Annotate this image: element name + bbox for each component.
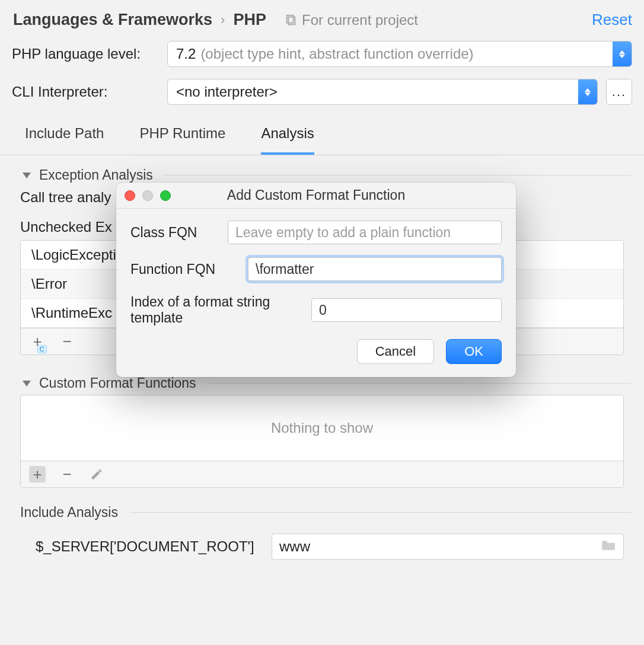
add-exception-button[interactable]: + — [29, 333, 46, 350]
cli-interpreter-label: CLI Interpreter: — [12, 84, 159, 100]
tab-analysis[interactable]: Analysis — [261, 125, 314, 155]
reset-link[interactable]: Reset — [592, 11, 632, 29]
cli-interpreter-browse-button[interactable]: ... — [606, 79, 632, 105]
stepper-arrows-icon[interactable] — [578, 79, 597, 104]
function-fqn-label: Function FQN — [130, 261, 238, 277]
remove-exception-button[interactable]: − — [59, 333, 75, 350]
empty-placeholder: Nothing to show — [21, 395, 623, 461]
class-fqn-input[interactable] — [228, 221, 502, 244]
dialog-title: Add Custom Format Function — [116, 187, 516, 203]
breadcrumb-separator-icon: › — [221, 12, 225, 28]
cancel-button[interactable]: Cancel — [357, 339, 434, 364]
breadcrumb: Languages & Frameworks › PHP — [13, 11, 266, 29]
tab-php-runtime[interactable]: PHP Runtime — [139, 125, 225, 155]
php-language-level-select[interactable]: 7.2 (object type hint, abstract function… — [167, 41, 632, 67]
ok-button[interactable]: OK — [446, 339, 502, 364]
php-language-level-value: 7.2 — [176, 46, 196, 62]
format-index-label: Index of a format string template — [130, 294, 302, 326]
add-custom-format-function-dialog: Add Custom Format Function Class FQN Fun… — [116, 183, 516, 377]
tab-include-path[interactable]: Include Path — [25, 125, 104, 155]
project-scope-label: For current project — [284, 12, 418, 28]
window-minimize-button — [142, 190, 153, 201]
cli-interpreter-value: <no interpreter> — [176, 84, 278, 100]
format-index-input[interactable] — [311, 298, 502, 322]
php-language-level-label: PHP language level: — [12, 46, 159, 62]
class-fqn-label: Class FQN — [130, 225, 218, 241]
edit-format-function-button[interactable] — [88, 466, 105, 483]
pencil-icon — [90, 468, 103, 481]
php-language-level-hint: (object type hint, abstract function ove… — [200, 46, 473, 62]
copy-icon — [284, 14, 297, 27]
add-format-function-button[interactable]: + — [29, 466, 46, 483]
custom-format-functions-list: Nothing to show + − — [20, 395, 624, 488]
stepper-arrows-icon[interactable] — [613, 41, 632, 66]
collapse-arrow-icon — [23, 173, 31, 178]
collapse-arrow-icon — [23, 381, 31, 387]
window-zoom-button[interactable] — [160, 190, 171, 201]
tabs: Include Path PHP Runtime Analysis — [0, 111, 644, 155]
document-root-label: $_SERVER['DOCUMENT_ROOT'] — [36, 538, 261, 555]
cli-interpreter-select[interactable]: <no interpreter> — [167, 79, 598, 105]
breadcrumb-leaf: PHP — [233, 11, 266, 29]
function-fqn-input[interactable] — [248, 257, 502, 281]
window-close-button[interactable] — [125, 190, 135, 201]
breadcrumb-root[interactable]: Languages & Frameworks — [13, 11, 212, 29]
include-analysis-header: Include Analysis — [0, 488, 644, 524]
folder-browse-icon[interactable] — [601, 538, 616, 555]
remove-format-function-button[interactable]: − — [59, 466, 75, 483]
document-root-input[interactable]: www — [272, 534, 624, 560]
